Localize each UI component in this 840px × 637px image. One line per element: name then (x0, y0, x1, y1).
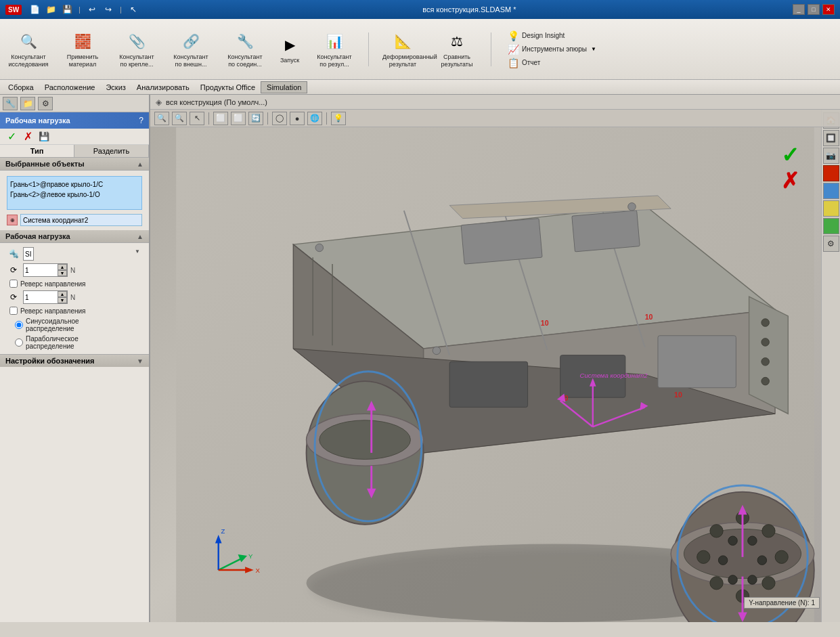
close-btn[interactable]: ✕ (822, 4, 835, 15)
rs-zoom-btn[interactable]: 🔲 (823, 130, 839, 146)
toolbar-launch-btn[interactable]: ▶ Запуск (276, 32, 303, 66)
menu-sketch[interactable]: Эскиз (100, 82, 131, 93)
reverse1-checkbox[interactable] (9, 280, 18, 288)
sw-logo: SW (5, 5, 22, 15)
unit-dropdown[interactable]: SI (23, 247, 34, 261)
value2-up[interactable]: ▲ (58, 291, 67, 297)
panel-btn-3[interactable]: ⚙ (38, 97, 53, 110)
radio-sin-label: Синусоидальноераспределение (26, 317, 79, 332)
selected-objects-content: Грань<1>@правое крыло-1/С Грань<2>@левое… (0, 171, 149, 230)
vp-view1[interactable]: ⬜ (213, 112, 228, 125)
rs-config-btn[interactable]: ⚙ (823, 236, 839, 252)
rs-color1-btn[interactable] (823, 165, 839, 181)
radio-parabolic[interactable] (15, 338, 23, 347)
tab-split[interactable]: Разделить (74, 145, 149, 157)
cancel-btn[interactable]: ✗ (22, 131, 34, 143)
toolbar-compare-btn[interactable]: ⚖ Сравнить результаты (434, 29, 480, 70)
working-load-header[interactable]: Рабочая нагрузка ▲ (0, 230, 149, 243)
panel-btn-2[interactable]: 📁 (20, 97, 35, 110)
toolbar-fix-btn[interactable]: 📎 Консультант по крепле... (114, 29, 160, 70)
value2-down[interactable]: ▼ (58, 297, 67, 303)
reverse2-checkbox[interactable] (9, 307, 18, 315)
toolbar-deform-btn[interactable]: 📐 Деформированный результат (380, 29, 426, 70)
tab-type[interactable]: Тип (0, 145, 74, 157)
new-btn[interactable]: 📄 (27, 3, 42, 16)
undo-btn[interactable]: ↩ (85, 3, 100, 16)
cursor-btn[interactable]: ↖ (126, 3, 141, 16)
radio-sinusoidal[interactable] (15, 321, 23, 329)
confirm-btn[interactable]: ✓ (5, 131, 18, 143)
rs-color2-btn[interactable] (823, 183, 839, 199)
value1-up[interactable]: ▲ (58, 264, 67, 270)
vp-display3[interactable]: 🌐 (307, 112, 322, 125)
toolbar-divider2 (491, 32, 491, 66)
panel-btn-1[interactable]: 🔧 (3, 97, 18, 110)
value1-input[interactable] (24, 264, 58, 276)
vp-zoom-out[interactable]: 🔍 (172, 112, 187, 125)
check-green-icon: ✓ (781, 143, 799, 167)
selected-objects-list: Грань<1>@правое крыло-1/С Грань<2>@левое… (7, 176, 142, 210)
svg-point-43 (761, 338, 770, 347)
vp-view2[interactable]: ⬜ (231, 112, 246, 125)
launch-icon: ▶ (279, 34, 301, 56)
svg-point-44 (761, 357, 770, 366)
rs-color4-btn[interactable] (823, 218, 839, 234)
design-insight-btn[interactable]: 💡 Design Insight (505, 30, 599, 42)
panel-title: Рабочая нагрузка (5, 116, 136, 125)
open-btn[interactable]: 📁 (43, 3, 58, 16)
main-area: 🔧 📁 ⚙ Рабочая нагрузка ? ✓ ✗ 💾 Тип Разде… (0, 95, 840, 622)
toolbar-con-btn[interactable]: 🔧 Консультант по соедин... (222, 29, 268, 70)
toolbar-result-btn[interactable]: 📊 Консультант по резул... (311, 29, 357, 70)
right-sidebar: 🏠 🔲 📷 ⚙ (821, 110, 840, 622)
notation-title: Настройки обозначения (5, 357, 94, 365)
save-btn[interactable]: 💾 (60, 3, 74, 16)
rs-view1-btn[interactable]: 📷 (823, 148, 839, 164)
design-insight-icon: 💡 (508, 30, 519, 41)
launch-label: Запуск (280, 57, 299, 64)
notation-section-header[interactable]: Настройки обозначения ▼ (0, 354, 149, 367)
svg-text:Y: Y (248, 552, 253, 560)
svg-point-11 (319, 420, 411, 460)
toolbar-consulting-btn[interactable]: 🔍 Консультант исследования (5, 29, 51, 70)
value2-input[interactable] (24, 291, 58, 303)
maximize-btn[interactable]: □ (808, 4, 820, 15)
rs-color3-btn[interactable] (823, 200, 839, 217)
canvas-area[interactable]: 10 10 10 10 Система координат2 (150, 127, 840, 622)
unit1-label: N (70, 267, 75, 274)
toolbar-ext-btn[interactable]: 🔗 Консультант по внешн... (168, 29, 214, 70)
value2-stepper: ▲ ▼ (58, 291, 67, 303)
report-btn[interactable]: 📋 Отчет (505, 57, 599, 69)
menu-layout[interactable]: Расположение (39, 82, 101, 93)
redo-btn[interactable]: ↪ (101, 3, 116, 16)
fix-icon: 📎 (126, 30, 148, 52)
panel-actions: ✓ ✗ 💾 (0, 129, 149, 145)
force1-icon: ⟳ (7, 263, 20, 277)
menu-analyze[interactable]: Анализировать (131, 82, 195, 93)
value1-down[interactable]: ▼ (58, 270, 67, 276)
toolbar-material-btn[interactable]: 🧱 Применить материал (60, 29, 106, 70)
reverse1-label: Реверс направления (20, 280, 86, 288)
deform-icon: 📐 (392, 30, 414, 52)
unit-icon: 🔩 (7, 247, 20, 261)
panel-help-btn[interactable]: ? (139, 116, 143, 125)
vp-zoom-in[interactable]: 🔍 (154, 112, 169, 125)
material-label: Применить материал (62, 53, 103, 68)
minimize-btn[interactable]: _ (793, 4, 805, 15)
vp-select[interactable]: ↖ (190, 112, 204, 125)
coord-input[interactable] (20, 214, 142, 226)
save-panel-btn[interactable]: 💾 (38, 131, 50, 143)
report-icon: 📋 (508, 58, 519, 68)
svg-point-27 (748, 536, 757, 545)
vp-light[interactable]: 💡 (331, 112, 346, 125)
vp-rotate[interactable]: 🔄 (248, 112, 263, 125)
selected-objects-header[interactable]: Выбранные объекты ▲ (0, 158, 149, 171)
vp-display2[interactable]: ● (290, 112, 305, 125)
toolbar-divider (368, 32, 369, 66)
tools-epura-icon: 📈 (508, 44, 519, 55)
tools-epura-btn[interactable]: 📈 Инструменты эпюры ▼ (505, 43, 599, 56)
menu-assembly[interactable]: Сборка (3, 82, 39, 93)
vp-display1[interactable]: ◯ (272, 112, 287, 125)
viewport-toolbar: 🔍 🔍 ↖ ⬜ ⬜ 🔄 ◯ ● 🌐 💡 (150, 110, 840, 127)
menu-products[interactable]: Продукты Office (195, 82, 261, 93)
menu-simulation[interactable]: Simulation (261, 81, 307, 93)
